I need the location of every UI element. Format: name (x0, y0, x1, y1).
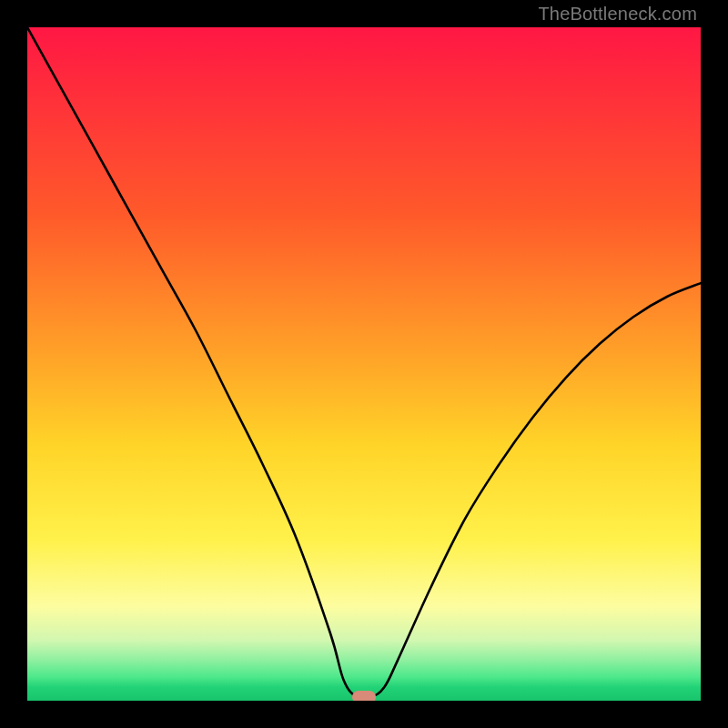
bottleneck-curve (27, 27, 701, 701)
chart-frame: TheBottleneck.com (0, 0, 728, 728)
watermark-text: TheBottleneck.com (538, 4, 697, 25)
plot-area (27, 27, 701, 701)
optimal-marker (352, 691, 376, 701)
